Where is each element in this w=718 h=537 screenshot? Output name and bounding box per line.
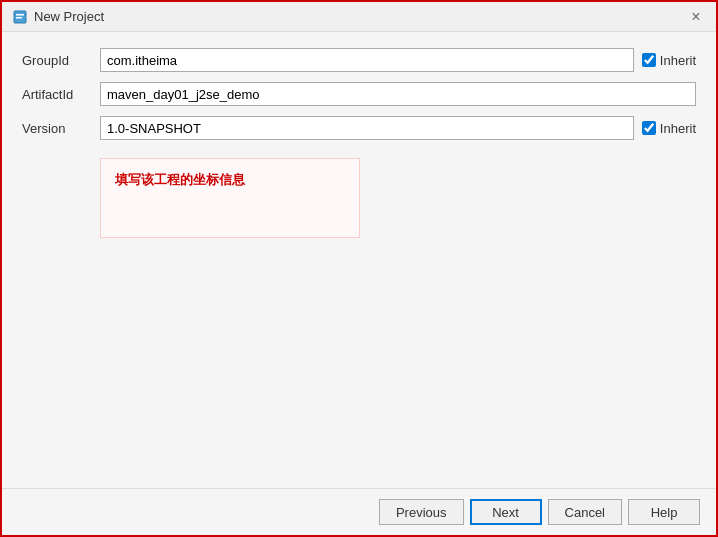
version-label: Version <box>22 121 92 136</box>
dialog-title: New Project <box>34 9 104 24</box>
info-box: 填写该工程的坐标信息 <box>100 158 360 238</box>
artifact-id-row: ArtifactId <box>22 82 696 106</box>
group-id-label: GroupId <box>22 53 92 68</box>
svg-rect-1 <box>16 14 24 16</box>
group-id-inherit-label: Inherit <box>660 53 696 68</box>
previous-button[interactable]: Previous <box>379 499 464 525</box>
group-id-row: GroupId Inherit <box>22 48 696 72</box>
dialog-content: GroupId Inherit ArtifactId Version Inher… <box>2 32 716 488</box>
version-input[interactable] <box>100 116 634 140</box>
help-button[interactable]: Help <box>628 499 700 525</box>
cancel-button[interactable]: Cancel <box>548 499 622 525</box>
version-inherit[interactable]: Inherit <box>642 121 696 136</box>
version-inherit-label: Inherit <box>660 121 696 136</box>
title-bar: New Project × <box>2 2 716 32</box>
group-id-inherit-checkbox[interactable] <box>642 53 656 67</box>
version-row: Version Inherit <box>22 116 696 140</box>
artifact-id-label: ArtifactId <box>22 87 92 102</box>
content-spacer <box>22 248 696 472</box>
project-icon <box>12 9 28 25</box>
svg-rect-2 <box>16 17 22 19</box>
group-id-inherit[interactable]: Inherit <box>642 53 696 68</box>
close-button[interactable]: × <box>686 7 706 27</box>
version-inherit-checkbox[interactable] <box>642 121 656 135</box>
title-bar-left: New Project <box>12 9 104 25</box>
next-button[interactable]: Next <box>470 499 542 525</box>
group-id-input[interactable] <box>100 48 634 72</box>
info-text: 填写该工程的坐标信息 <box>115 171 245 189</box>
artifact-id-input[interactable] <box>100 82 696 106</box>
button-bar: Previous Next Cancel Help <box>2 488 716 535</box>
new-project-dialog: New Project × GroupId Inherit ArtifactId… <box>0 0 718 537</box>
